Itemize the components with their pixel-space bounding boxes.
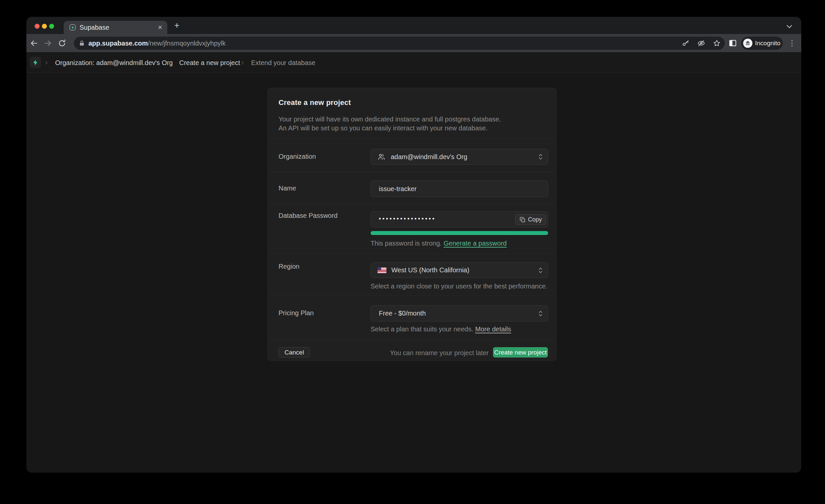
copy-password-button[interactable]: Copy [515,214,546,225]
breadcrumb-chevron-icon: › [169,58,171,67]
card-description: Your project will have its own dedicated… [279,115,501,133]
bookmark-star-icon[interactable] [713,39,721,47]
tab-search-chevron-icon[interactable] [786,25,792,28]
breadcrumb-chevron-icon: › [241,58,243,67]
url-domain: app.supabase.com [88,40,148,47]
password-strength-bar [371,231,548,235]
address-bar[interactable]: app.supabase.com/new/jfnsmqoynldvxjyhpyl… [74,37,725,50]
project-name-input[interactable]: issue-tracker [371,181,548,197]
password-strength-text: This password is strong. [371,240,442,247]
url-text: app.supabase.com/new/jfnsmqoynldvxjyhpyl… [88,40,226,47]
incognito-icon [743,39,752,48]
macos-zoom-button[interactable] [49,24,54,29]
saved-password-key-icon[interactable] [682,39,690,47]
us-flag-canton [378,267,381,270]
section-divider [268,204,556,204]
bolt-icon [71,26,75,29]
card-description-line2: An API will be set up so you can easily … [279,124,501,133]
new-tab-button[interactable]: + [172,20,182,31]
pricing-plan-value: Free - $0/month [379,309,426,317]
pricing-plan-label: Pricing Plan [279,309,314,317]
select-chevrons-icon [537,267,544,274]
create-new-project-label: Create new project [494,349,546,356]
screenshot-stage: Supabase ✕ + app.supabas [0,0,825,504]
lock-icon [79,40,85,47]
eye-off-icon[interactable] [697,39,705,47]
macos-close-button[interactable] [34,24,40,29]
pricing-help-text: Select a plan that suits your needs. Mor… [371,326,511,333]
back-icon[interactable] [30,39,38,48]
select-chevrons-icon [537,153,544,160]
password-mask: •••••••••••••••• [379,216,436,222]
cancel-button[interactable]: Cancel [279,347,310,357]
section-divider [268,138,556,139]
url-path: /new/jfnsmqoynldvxjyhpylk [148,40,226,47]
tab-close-icon[interactable]: ✕ [156,23,164,31]
organization-select[interactable]: adam@windmill.dev's Org [371,149,548,165]
section-divider [268,296,556,296]
browser-toolbar: app.supabase.com/new/jfnsmqoynldvxjyhpyl… [26,34,801,52]
side-panel-icon[interactable] [729,39,737,47]
page-title: Create a new project [279,98,351,107]
project-name-value: issue-tracker [379,185,417,193]
breadcrumb-item-create-project[interactable]: Create a new project [179,59,240,67]
forward-icon[interactable] [44,39,52,48]
tab-title: Supabase [80,24,109,31]
password-strength-note: This password is strong. Generate a pass… [371,240,507,247]
copy-icon [519,217,526,223]
breadcrumb-chevron-icon: › [45,58,48,67]
browser-menu-icon[interactable]: ⋮ [789,38,795,48]
section-divider [268,340,556,341]
tab-strip: Supabase ✕ + [26,17,801,34]
select-chevrons-icon [537,310,544,317]
create-project-card: Create a new project Your project will h… [268,88,556,361]
browser-tab[interactable]: Supabase ✕ [64,21,167,34]
incognito-label: Incognito [755,40,780,47]
section-divider [268,254,556,254]
card-description-line1: Your project will have its own dedicated… [279,115,501,124]
supabase-logo[interactable] [30,57,41,68]
users-icon [378,153,385,161]
copy-button-label: Copy [528,216,542,223]
cancel-button-label: Cancel [285,349,304,356]
more-details-link[interactable]: More details [475,326,511,333]
create-new-project-button[interactable]: Create new project [493,347,548,357]
organization-label: Organization [279,153,316,160]
generate-password-link[interactable]: Generate a password [444,240,507,247]
region-select[interactable]: West US (North California) [371,263,548,278]
breadcrumb-item-extend-database: Extend your database [251,59,315,67]
omnibox-actions [682,37,721,50]
us-flag-icon [378,267,386,273]
region-label: Region [279,263,299,270]
breadcrumb-item-organization[interactable]: Organization: adam@windmill.dev's Org [55,59,172,67]
database-password-label: Database Password [279,212,338,219]
pricing-plan-select[interactable]: Free - $0/month [371,305,548,321]
rename-later-note: You can rename your project later [390,349,489,357]
incognito-badge: Incognito [741,37,783,50]
reload-icon[interactable] [58,39,66,48]
macos-minimize-button[interactable] [42,24,47,29]
bolt-icon [32,59,39,66]
organization-value: adam@windmill.dev's Org [391,153,467,161]
name-label: Name [279,185,296,192]
region-help-text: Select a region close to your users for … [371,283,547,290]
region-value: West US (North California) [391,266,469,274]
browser-window: Supabase ✕ + app.supabas [26,17,801,473]
breadcrumb: › Organization: adam@windmill.dev's Org … [26,52,801,73]
pricing-help-label: Select a plan that suits your needs. [371,326,473,333]
supabase-favicon-icon [70,24,76,30]
